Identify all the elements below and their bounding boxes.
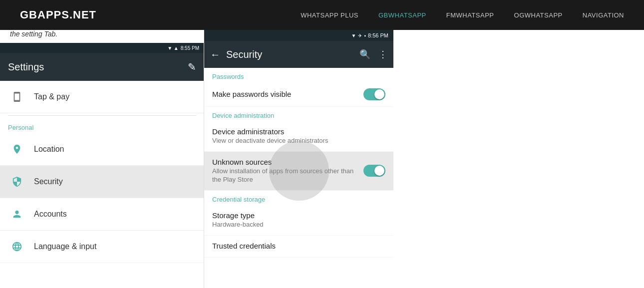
section-personal: Personal: [0, 118, 204, 133]
left-status-bar: ▼ ▲ 8:55 PM: [0, 43, 204, 53]
tap-pay-icon: [8, 88, 26, 106]
security-title-bar: ← Security 🔍 ⋮: [204, 41, 393, 68]
storage-type-sub: Hardware-backed: [212, 221, 385, 229]
security-icon: [8, 173, 26, 191]
nav-navigation[interactable]: NAVIGATION: [583, 11, 624, 19]
status-time: 8:56 PM: [368, 32, 388, 38]
more-options-icon[interactable]: ⋮: [378, 49, 387, 60]
passwords-visible-texts: Make passwords visible: [212, 90, 357, 99]
settings-item-language[interactable]: Language & input: [0, 231, 204, 263]
passwords-visible-title: Make passwords visible: [212, 90, 357, 98]
security-item-passwords-visible[interactable]: Make passwords visible: [204, 82, 393, 107]
passwords-visible-toggle[interactable]: [363, 88, 385, 100]
top-navigation: GBAPPS.NET WHATSAPP PLUS GBWHATSAPP FMWH…: [0, 0, 644, 30]
wifi-icon: ▼: [351, 33, 356, 38]
security-content: Passwords Make passwords visible Device …: [204, 68, 393, 288]
nav-gbwhatsapp[interactable]: GBWHATSAPP: [378, 11, 426, 19]
unknown-sources-sub: Allow installation of apps from sources …: [212, 167, 357, 184]
security-title: Security: [226, 49, 353, 60]
trusted-creds-title: Trusted credentials: [212, 242, 385, 250]
security-item-storage-type[interactable]: Storage type Hardware-backed: [204, 205, 393, 236]
storage-type-texts: Storage type Hardware-backed: [212, 211, 385, 229]
unknown-sources-texts: Unknown sources Allow installation of ap…: [212, 158, 357, 184]
unknown-sources-toggle[interactable]: [363, 165, 385, 177]
security-item-device-admins[interactable]: Device administrators View or deactivate…: [204, 121, 393, 152]
language-icon: [8, 238, 26, 256]
section-device-admin: Device administration: [204, 107, 393, 121]
scroll-text: the setting Tab.: [0, 30, 204, 43]
storage-type-title: Storage type: [212, 211, 385, 220]
section-passwords: Passwords: [204, 68, 393, 82]
device-admins-texts: Device administrators View or deactivate…: [212, 127, 385, 145]
settings-item-accounts[interactable]: Accounts: [0, 198, 204, 231]
accounts-icon: [8, 205, 26, 223]
battery-icon: ▪: [364, 33, 366, 38]
section-credential-storage: Credential storage: [204, 191, 393, 205]
language-label: Language & input: [34, 242, 96, 251]
device-admins-title: Device administrators: [212, 127, 385, 136]
back-icon[interactable]: ←: [210, 49, 220, 60]
accounts-label: Accounts: [34, 210, 67, 219]
location-icon: [8, 140, 26, 158]
security-label: Security: [34, 177, 63, 186]
nav-ogwhatsapp[interactable]: OGWHATSAPP: [514, 11, 563, 19]
device-admins-sub: View or deactivate device administrators: [212, 137, 385, 145]
settings-list: Tap & pay Personal Location: [0, 81, 204, 263]
settings-item-location[interactable]: Location: [0, 133, 204, 166]
security-status-bar: ▼ ✈ ▪ 8:56 PM: [204, 30, 393, 41]
settings-title: Settings: [8, 61, 44, 73]
brand-logo: GBAPPS.NET: [20, 8, 96, 21]
trusted-creds-texts: Trusted credentials: [212, 242, 385, 251]
security-panel: ▼ ✈ ▪ 8:56 PM ← Security 🔍 ⋮ Passwords M…: [204, 30, 393, 288]
divider-1: [8, 115, 196, 116]
main-area: the setting Tab. ▼ ▲ 8:55 PM Settings ✎ …: [0, 30, 644, 288]
tap-pay-label: Tap & pay: [34, 92, 69, 101]
nav-links: WHATSAPP PLUS GBWHATSAPP FMWHATSAPP OGWH…: [301, 11, 624, 19]
location-label: Location: [34, 145, 64, 154]
search-icon[interactable]: 🔍: [359, 49, 370, 60]
settings-item-tap-pay[interactable]: Tap & pay: [0, 81, 204, 113]
settings-item-security[interactable]: Security: [0, 166, 204, 198]
unknown-sources-title: Unknown sources: [212, 158, 357, 166]
settings-header: Settings ✎: [0, 53, 204, 81]
settings-panel: the setting Tab. ▼ ▲ 8:55 PM Settings ✎ …: [0, 30, 205, 288]
security-item-trusted-creds[interactable]: Trusted credentials: [204, 236, 393, 258]
nav-fmwhatsapp[interactable]: FMWHATSAPP: [446, 11, 494, 19]
security-item-unknown-sources[interactable]: Unknown sources Allow installation of ap…: [204, 152, 393, 191]
header-icons: 🔍 ⋮: [359, 49, 387, 60]
signal-icon: ✈: [358, 33, 362, 38]
security-header: ▼ ✈ ▪ 8:56 PM ← Security 🔍 ⋮: [204, 30, 393, 68]
nav-whatsapp-plus[interactable]: WHATSAPP PLUS: [301, 11, 358, 19]
settings-search-icon[interactable]: ✎: [188, 61, 196, 73]
